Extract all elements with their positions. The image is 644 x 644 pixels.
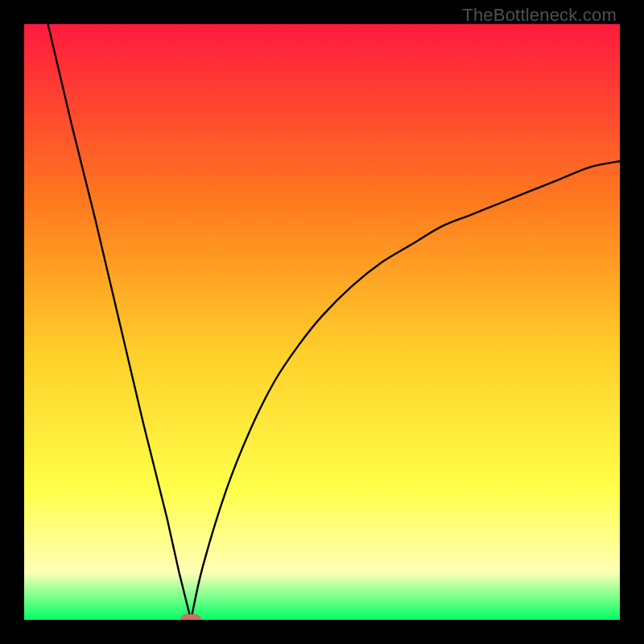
watermark-text: TheBottleneck.com: [462, 5, 617, 26]
bottleneck-curve: [24, 24, 620, 620]
chart-frame: TheBottleneck.com: [0, 0, 644, 644]
plot-area: [24, 24, 620, 620]
minimum-marker: [180, 614, 201, 620]
